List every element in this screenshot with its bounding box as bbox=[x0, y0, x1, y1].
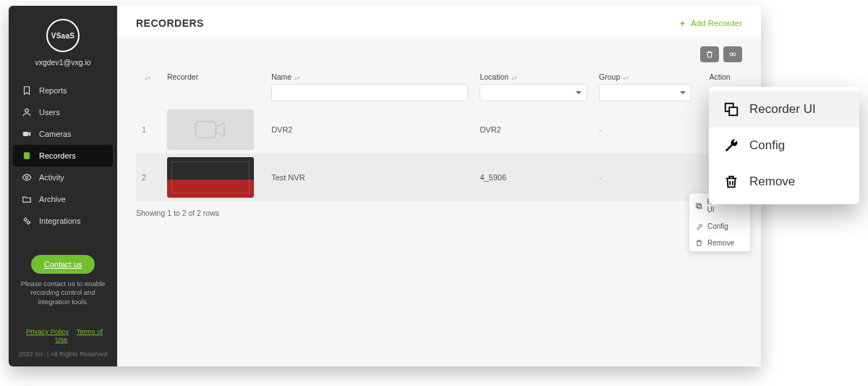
row-group: - bbox=[593, 106, 697, 154]
bookmark-icon bbox=[22, 85, 32, 96]
popover-label: Recorder UI bbox=[749, 102, 816, 117]
trash-icon bbox=[695, 239, 703, 247]
row-name: Test NVR bbox=[265, 154, 474, 201]
popover-remove[interactable]: Remove bbox=[709, 164, 859, 200]
col-location: Location bbox=[480, 72, 509, 81]
sidebar-item-label: Recorders bbox=[39, 151, 76, 160]
sidebar-item-label: Activity bbox=[39, 173, 64, 182]
sidebar-item-users[interactable]: Users bbox=[9, 101, 117, 123]
legal-links: Privacy Policy Terms of Use bbox=[16, 327, 110, 343]
svg-point-5 bbox=[27, 222, 30, 225]
svg-point-4 bbox=[25, 219, 27, 222]
sort-icon[interactable]: ▴▾ bbox=[509, 75, 517, 81]
contact-text: Please contact us to enable recording co… bbox=[16, 280, 110, 307]
svg-rect-1 bbox=[23, 132, 29, 136]
sidebar-nav: Reports Users Cameras Recorders Activity… bbox=[9, 80, 117, 232]
row-location: DVR2 bbox=[474, 106, 593, 154]
row-location: 4_5906 bbox=[474, 154, 593, 201]
sidebar-item-cameras[interactable]: Cameras bbox=[9, 123, 117, 145]
col-name: Name bbox=[271, 72, 292, 81]
svg-rect-12 bbox=[729, 107, 737, 115]
row-group: - bbox=[593, 154, 697, 201]
svg-point-6 bbox=[730, 53, 733, 56]
page-title: RECORDERS bbox=[136, 17, 204, 29]
wrench-icon bbox=[723, 138, 739, 154]
sidebar-item-integrations[interactable]: Integrations bbox=[9, 210, 117, 232]
menu-label: Remove bbox=[707, 239, 734, 247]
delete-selected-button[interactable] bbox=[700, 46, 719, 62]
window-icon bbox=[723, 101, 739, 117]
svg-rect-2 bbox=[24, 152, 30, 159]
table-row[interactable]: 1 DVR2 DVR2 - bbox=[136, 106, 742, 154]
plus-icon bbox=[678, 20, 686, 28]
recorder-icon bbox=[22, 151, 32, 161]
menu-label: Config bbox=[707, 222, 728, 230]
sidebar: VSaaS vxgdev1@vxg.io Reports Users Camer… bbox=[9, 6, 117, 366]
table-row[interactable]: 2 Test NVR 4_5906 - bbox=[136, 154, 742, 201]
sort-icon[interactable]: ▴▾ bbox=[620, 75, 629, 81]
svg-point-7 bbox=[733, 53, 736, 56]
toggle-view-button[interactable] bbox=[723, 46, 742, 62]
svg-rect-9 bbox=[697, 204, 700, 207]
eye-icon bbox=[22, 172, 32, 182]
name-filter-input[interactable] bbox=[271, 84, 468, 101]
main-panel: RECORDERS Add Recorder ▴▾ Recorder bbox=[117, 6, 761, 366]
sidebar-item-label: Cameras bbox=[39, 130, 72, 138]
col-group: Group bbox=[599, 72, 620, 81]
recorders-table: ▴▾ Recorder Name▴▾ Location▴▾ Group▴▾ bbox=[136, 68, 742, 201]
menu-config[interactable]: Config bbox=[689, 218, 750, 235]
sidebar-item-label: Archive bbox=[39, 195, 66, 204]
popover-label: Remove bbox=[749, 175, 795, 189]
trash-icon bbox=[705, 50, 714, 59]
gears-icon bbox=[22, 216, 32, 226]
privacy-policy-link[interactable]: Privacy Policy bbox=[26, 327, 69, 335]
wrench-icon bbox=[695, 222, 703, 230]
sidebar-item-label: Users bbox=[39, 108, 60, 117]
svg-rect-8 bbox=[195, 122, 216, 138]
location-filter-select[interactable] bbox=[480, 84, 587, 101]
link-icon bbox=[728, 50, 737, 59]
user-icon bbox=[22, 107, 32, 117]
sidebar-item-activity[interactable]: Activity bbox=[9, 167, 117, 188]
row-index: 1 bbox=[136, 106, 161, 154]
camera-placeholder-icon bbox=[194, 119, 227, 140]
folder-icon bbox=[22, 194, 32, 204]
add-recorder-label: Add Recorder bbox=[691, 19, 742, 28]
copyright: 2022 Inc. | All Rights Reserved bbox=[16, 351, 110, 358]
row-name: DVR2 bbox=[265, 106, 474, 154]
trash-icon bbox=[723, 174, 739, 190]
popover-label: Config bbox=[749, 138, 785, 153]
sidebar-item-recorders[interactable]: Recorders bbox=[13, 145, 113, 167]
sidebar-item-reports[interactable]: Reports bbox=[9, 80, 117, 101]
add-recorder-button[interactable]: Add Recorder bbox=[678, 19, 742, 28]
sort-icon[interactable]: ▴▾ bbox=[142, 75, 150, 81]
camera-icon bbox=[22, 129, 32, 139]
brand-logo: VSaaS bbox=[46, 19, 80, 52]
svg-rect-10 bbox=[698, 204, 702, 208]
col-action: Action bbox=[710, 72, 731, 81]
user-email: vxgdev1@vxg.io bbox=[35, 58, 90, 67]
contact-us-button[interactable]: Contact us bbox=[31, 255, 95, 274]
action-popover: Recorder UI Config Remove bbox=[709, 87, 859, 204]
menu-remove[interactable]: Remove bbox=[689, 235, 750, 251]
svg-point-3 bbox=[25, 176, 28, 179]
group-filter-select[interactable] bbox=[599, 84, 692, 101]
sort-icon[interactable]: ▴▾ bbox=[292, 75, 300, 81]
popover-config[interactable]: Config bbox=[709, 127, 859, 164]
recorder-thumbnail bbox=[167, 109, 254, 150]
sidebar-item-label: Reports bbox=[39, 86, 67, 95]
sidebar-item-archive[interactable]: Archive bbox=[9, 188, 117, 210]
recorder-thumbnail bbox=[167, 157, 254, 198]
sidebar-item-label: Integrations bbox=[39, 217, 80, 225]
svg-point-0 bbox=[25, 109, 29, 112]
row-index: 2 bbox=[136, 154, 161, 201]
table-pager: Showing 1 to 2 of 2 rows bbox=[136, 201, 742, 217]
col-recorder: Recorder bbox=[167, 72, 198, 81]
window-icon bbox=[695, 202, 703, 210]
popover-recorder-ui[interactable]: Recorder UI bbox=[709, 91, 859, 127]
